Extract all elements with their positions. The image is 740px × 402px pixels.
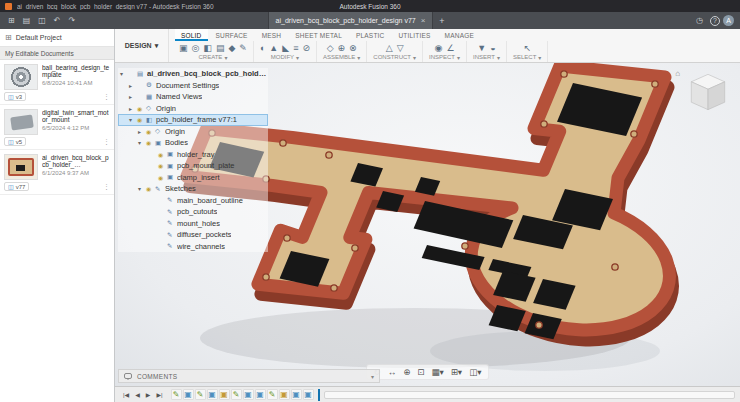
expand-chevron-icon[interactable]: ▸	[129, 82, 135, 89]
document-menu-icon[interactable]: ⋮	[103, 183, 110, 191]
browser-row[interactable]: ▾ ◉ ✎ Sketches	[118, 183, 268, 195]
tool-icon[interactable]: ◒	[490, 43, 495, 53]
ribbon-tab[interactable]: PLASTIC	[350, 29, 391, 41]
tool-icon[interactable]: ▣	[179, 43, 188, 53]
chevron-down-icon[interactable]: ▾	[371, 373, 374, 380]
visibility-icon[interactable]: ◉	[137, 105, 144, 112]
tool-icon[interactable]: ◧	[203, 43, 212, 53]
playback-button[interactable]: ▶	[143, 389, 154, 401]
tool-icon[interactable]: ✎	[239, 43, 247, 53]
help-icon[interactable]: ?	[710, 16, 720, 26]
nav-tool-icon[interactable]: ⊡	[417, 367, 424, 377]
expand-chevron-icon[interactable]: ▸	[138, 128, 144, 135]
playback-button[interactable]: ◀	[132, 389, 143, 401]
visibility-icon[interactable]: ◉	[158, 151, 165, 158]
file-menu-icon[interactable]: ▤	[19, 12, 35, 29]
timeline-feature-icon[interactable]: ✎	[231, 389, 242, 400]
visibility-icon[interactable]: ◉	[158, 174, 165, 181]
ribbon-tab[interactable]: SURFACE	[210, 29, 254, 41]
expand-chevron-icon[interactable]: ▾	[120, 70, 126, 77]
document-menu-icon[interactable]: ⋮	[103, 138, 110, 146]
expand-chevron-icon[interactable]: ▾	[129, 116, 135, 123]
browser-row[interactable]: ✎ wire_channels	[118, 241, 268, 253]
version-badge[interactable]: ◫ v5	[4, 137, 26, 146]
tool-icon[interactable]: ⊕	[338, 43, 346, 53]
browser-row[interactable]: ▸ ◉ ◇ Origin	[118, 126, 268, 138]
timeline-track[interactable]	[324, 391, 735, 399]
document-card[interactable]: digital_twin_smart_motor_mount 6/5/2024 …	[0, 105, 114, 150]
timeline-feature-icon[interactable]: ✎	[195, 389, 206, 400]
tool-icon[interactable]: ↖	[523, 43, 531, 53]
timeline-feature-icon[interactable]: ▣	[243, 389, 254, 400]
version-badge[interactable]: ◫ v77	[4, 182, 29, 191]
ribbon-tab[interactable]: SOLID	[175, 29, 208, 41]
playback-button[interactable]: ▶|	[153, 389, 165, 401]
3d-viewport[interactable]: ▾ ▤ ai_driven_bcq_block_pcb_hold… ▸ ⚙ Do…	[115, 63, 740, 386]
timeline-feature-icon[interactable]: ▣	[291, 389, 302, 400]
tool-icon[interactable]: ▽	[397, 43, 404, 53]
comments-bar[interactable]: COMMENTS ▾	[118, 369, 380, 383]
timeline-position-marker[interactable]	[318, 389, 320, 401]
timeline-feature-icon[interactable]: ▣	[219, 389, 230, 400]
timeline-feature-icon[interactable]: ▣	[255, 389, 266, 400]
expand-chevron-icon[interactable]: ▾	[138, 139, 144, 146]
document-tab[interactable]: ai_driven_bcq_block_pcb_holder_design v7…	[268, 12, 434, 29]
expand-chevron-icon[interactable]: ▸	[129, 105, 135, 112]
ribbon-group-label[interactable]: SELECT▾	[513, 54, 541, 61]
undo-icon[interactable]: ↶	[50, 12, 65, 29]
tool-icon[interactable]: ◉	[435, 43, 443, 53]
browser-row[interactable]: ✎ pcb_cutouts	[118, 206, 268, 218]
document-card[interactable]: ball_bearing_design_template 6/8/2024 10…	[0, 60, 114, 105]
visibility-icon[interactable]: ◉	[137, 116, 144, 123]
browser-row[interactable]: ◉ ▣ clamp_insert	[118, 172, 268, 184]
data-panel-header[interactable]: ⊞ Default Project	[0, 29, 114, 47]
playback-button[interactable]: |◀	[120, 389, 132, 401]
ribbon-group-label[interactable]: MODIFY▾	[271, 54, 299, 61]
browser-row[interactable]: ◉ ▣ holder_tray	[118, 149, 268, 161]
version-badge[interactable]: ◫ v3	[4, 92, 26, 101]
browser-row[interactable]: ✎ mount_holes	[118, 218, 268, 230]
document-menu-icon[interactable]: ⋮	[103, 93, 110, 101]
user-avatar[interactable]: A	[723, 15, 734, 26]
ribbon-tab[interactable]: UTILITIES	[392, 29, 436, 41]
tool-icon[interactable]: ▤	[216, 43, 225, 53]
timeline-feature-icon[interactable]: ✎	[171, 389, 182, 400]
home-view-icon[interactable]: ⌂	[675, 69, 680, 78]
visibility-icon[interactable]: ◉	[158, 162, 165, 169]
nav-tool-icon[interactable]: ⊞▾	[451, 367, 462, 377]
tool-icon[interactable]: ≡	[293, 43, 298, 53]
nav-tool-icon[interactable]: ▦▾	[431, 367, 443, 377]
timeline-feature-icon[interactable]: ▣	[303, 389, 314, 400]
document-card[interactable]: ai_driven_bcq_block_pcb_holder_… 6/1/202…	[0, 150, 114, 195]
browser-row[interactable]: ▾ ◉ ◧ pcb_holder_frame v77:1	[118, 114, 268, 126]
tool-icon[interactable]: ⊗	[349, 43, 357, 53]
tool-icon[interactable]: ◐	[260, 43, 265, 53]
tool-icon[interactable]: ◇	[327, 43, 334, 53]
tool-icon[interactable]: ◎	[192, 43, 200, 53]
tool-icon[interactable]: ▲	[269, 43, 278, 53]
ribbon-group-label[interactable]: INSPECT▾	[429, 54, 460, 61]
visibility-icon[interactable]: ◉	[146, 139, 153, 146]
ribbon-tab[interactable]: MESH	[256, 29, 288, 41]
nav-tool-icon[interactable]: ↔	[388, 367, 397, 377]
browser-row[interactable]: ✎ diffuser_pockets	[118, 229, 268, 241]
ribbon-group-label[interactable]: INSERT▾	[473, 54, 500, 61]
redo-icon[interactable]: ↷	[65, 12, 80, 29]
tool-icon[interactable]: △	[386, 43, 393, 53]
tool-icon[interactable]: ◆	[228, 43, 235, 53]
viewcube[interactable]: ⌂	[675, 67, 734, 117]
tool-icon[interactable]: ∠	[446, 43, 454, 53]
ribbon-group-label[interactable]: CONSTRUCT▾	[373, 54, 416, 61]
browser-row[interactable]: ✎ main_board_outline	[118, 195, 268, 207]
expand-chevron-icon[interactable]: ▾	[138, 185, 144, 192]
browser-row[interactable]: ▾ ◉ ▣ Bodies	[118, 137, 268, 149]
workspace-switcher[interactable]: DESIGN▾	[115, 29, 169, 62]
visibility-icon[interactable]: ◉	[146, 185, 153, 192]
nav-tool-icon[interactable]: ◫▾	[469, 367, 481, 377]
viewcube-icon[interactable]	[682, 67, 734, 117]
tool-icon[interactable]: ◣	[282, 43, 289, 53]
timeline-feature-icon[interactable]: ▣	[183, 389, 194, 400]
timeline-feature-icon[interactable]: ▣	[279, 389, 290, 400]
expand-chevron-icon[interactable]: ▸	[129, 93, 135, 100]
tool-icon[interactable]: ▼	[477, 43, 486, 53]
